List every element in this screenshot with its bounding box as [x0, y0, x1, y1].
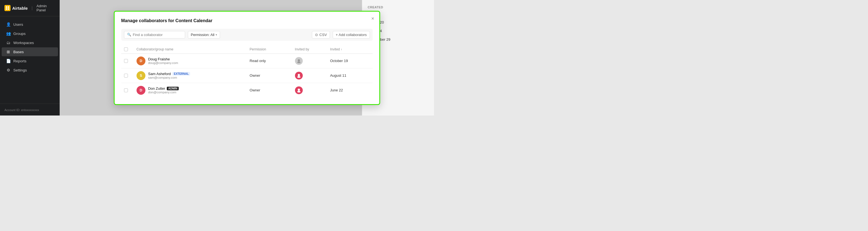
- row-sam-avatar: S: [136, 71, 146, 80]
- row-don-invited-by-avatar: [295, 86, 303, 94]
- row-sam-invited-by-cell: [292, 68, 328, 83]
- sidebar-item-reports[interactable]: 📄 Reports: [2, 56, 58, 65]
- row-sam-invited-by-avatar: [295, 72, 303, 79]
- svg-point-7: [297, 76, 301, 78]
- th-permission-label: Permission: [250, 47, 266, 51]
- row-sam-name-text: Sam Asheford: [148, 72, 171, 76]
- row-don-name-group: Don Zutter ADMIN don@company.com: [148, 86, 179, 94]
- row-doug-permission-cell: Read only: [247, 53, 292, 68]
- csv-icon: ⊙: [315, 33, 318, 37]
- row-doug-avatar: D: [136, 56, 146, 65]
- row-sam-checkbox[interactable]: [124, 74, 128, 78]
- th-name-label: Collaborator/group name: [136, 47, 174, 51]
- table-row: S Sam Asheford EXTERNAL sam@company.com: [121, 68, 373, 83]
- sidebar-item-workspaces[interactable]: 🗂 Workspaces: [2, 38, 58, 47]
- table-row: D Don Zutter ADMIN don@company.com: [121, 83, 373, 98]
- row-sam-permission-cell: Owner: [247, 68, 292, 83]
- search-box[interactable]: 🔍: [124, 31, 185, 38]
- row-don-collab-info: D Don Zutter ADMIN don@company.com: [136, 86, 244, 95]
- sidebar-item-groups-label: Groups: [13, 32, 26, 36]
- sidebar-item-reports-label: Reports: [13, 59, 26, 63]
- row-don-avatar: D: [136, 86, 146, 95]
- svg-rect-1: [8, 6, 9, 8]
- row-sam-name: Sam Asheford EXTERNAL: [148, 72, 190, 76]
- sidebar-item-users-label: Users: [13, 23, 23, 27]
- sidebar: Airtable | Admin Panel 👤 Users 👥 Groups …: [0, 0, 60, 116]
- row-doug-checkbox-cell: [121, 53, 134, 68]
- svg-rect-0: [6, 6, 7, 8]
- row-doug-name-text: Doug Fraishe: [148, 57, 170, 61]
- row-sam-invited-date: August 11: [330, 73, 346, 78]
- sidebar-item-settings-label: Settings: [13, 68, 27, 72]
- svg-rect-3: [8, 8, 9, 10]
- row-sam-invited-date-cell: August 11: [327, 68, 372, 83]
- row-don-permission-cell: Owner: [247, 83, 292, 98]
- th-invited[interactable]: Invited ↑: [327, 45, 372, 54]
- row-don-name-text: Don Zutter: [148, 86, 165, 90]
- svg-point-4: [298, 59, 300, 62]
- row-don-name: Don Zutter ADMIN: [148, 86, 179, 90]
- row-doug-name-group: Doug Fraishe doug@company.com: [148, 57, 178, 65]
- dialog-toolbar: 🔍 Permission: All ▾ ⊙ CSV + Add collabor…: [121, 29, 373, 41]
- settings-icon: ⚙: [6, 68, 10, 72]
- row-don-invited-date-cell: June 22: [327, 83, 372, 98]
- sidebar-footer: Account ID: entxxxxxxxxx: [0, 104, 60, 116]
- row-sam-checkbox-cell: [121, 68, 134, 83]
- logo-text: Airtable: [12, 6, 28, 10]
- sidebar-item-users[interactable]: 👤 Users: [2, 20, 58, 29]
- search-icon: 🔍: [127, 33, 131, 37]
- row-don-admin-badge: ADMIN: [167, 87, 179, 90]
- bases-icon: ⊞: [6, 49, 10, 54]
- th-checkbox: [121, 45, 134, 54]
- sidebar-item-bases-label: Bases: [13, 50, 24, 54]
- svg-point-8: [298, 89, 300, 91]
- sidebar-header: Airtable | Admin Panel: [0, 0, 60, 16]
- permission-filter-dropdown[interactable]: Permission: All ▾: [188, 31, 220, 38]
- svg-point-6: [298, 74, 300, 76]
- row-sam-collab-info: S Sam Asheford EXTERNAL sam@company.com: [136, 71, 244, 80]
- row-doug-invited-by-avatar: [295, 57, 303, 65]
- row-don-invited-date: June 22: [330, 88, 343, 92]
- th-invited-label: Invited: [330, 47, 340, 51]
- dialog-overlay: Manage collaborators for Content Calenda…: [60, 0, 434, 116]
- row-don-checkbox-cell: [121, 83, 134, 98]
- row-sam-permission: Owner: [250, 73, 260, 78]
- row-doug-name: Doug Fraishe: [148, 57, 178, 61]
- users-icon: 👤: [6, 22, 10, 27]
- admin-panel-label: Admin Panel: [37, 4, 56, 12]
- dialog-close-button[interactable]: ×: [371, 16, 374, 21]
- row-doug-invited-date-cell: October 19: [327, 53, 372, 68]
- table-row: D Doug Fraishe doug@company.com: [121, 53, 373, 68]
- search-input[interactable]: [133, 33, 182, 37]
- workspaces-icon: 🗂: [6, 40, 10, 45]
- add-collaborators-button[interactable]: + Add collaborators: [333, 31, 370, 38]
- collaborators-table: Collaborator/group name Permission Invit…: [121, 45, 373, 98]
- row-doug-checkbox[interactable]: [124, 59, 128, 63]
- row-don-avatar-initials: D: [140, 88, 142, 92]
- sidebar-item-bases[interactable]: ⊞ Bases: [2, 47, 58, 56]
- permission-filter-label: Permission: All: [191, 33, 215, 37]
- reports-icon: 📄: [6, 59, 10, 63]
- row-don-email: don@company.com: [148, 90, 179, 94]
- th-invited-by-label: Invited by: [295, 47, 309, 51]
- row-sam-avatar-initials: S: [140, 73, 142, 78]
- sidebar-item-groups[interactable]: 👥 Groups: [2, 29, 58, 38]
- airtable-logo: Airtable: [4, 5, 28, 11]
- row-sam-name-group: Sam Asheford EXTERNAL sam@company.com: [148, 72, 190, 79]
- select-all-checkbox[interactable]: [124, 47, 128, 51]
- row-don-permission: Owner: [250, 88, 260, 92]
- logo-icon: [4, 5, 10, 11]
- svg-point-9: [297, 91, 301, 92]
- csv-toolbar-button[interactable]: ⊙ CSV: [312, 31, 330, 38]
- row-don-name-cell: D Don Zutter ADMIN don@company.com: [134, 83, 247, 98]
- sidebar-item-settings[interactable]: ⚙ Settings: [2, 66, 58, 75]
- dialog-title: Manage collaborators for Content Calenda…: [121, 18, 373, 23]
- row-don-invited-by-cell: [292, 83, 328, 98]
- row-don-checkbox[interactable]: [124, 88, 128, 92]
- chevron-down-icon: ▾: [216, 33, 217, 36]
- row-doug-permission: Read only: [250, 59, 266, 63]
- sidebar-item-workspaces-label: Workspaces: [13, 41, 34, 45]
- csv-toolbar-label: CSV: [319, 33, 327, 37]
- th-invited-by: Invited by: [292, 45, 328, 54]
- account-id: Account ID: entxxxxxxxxx: [4, 108, 39, 112]
